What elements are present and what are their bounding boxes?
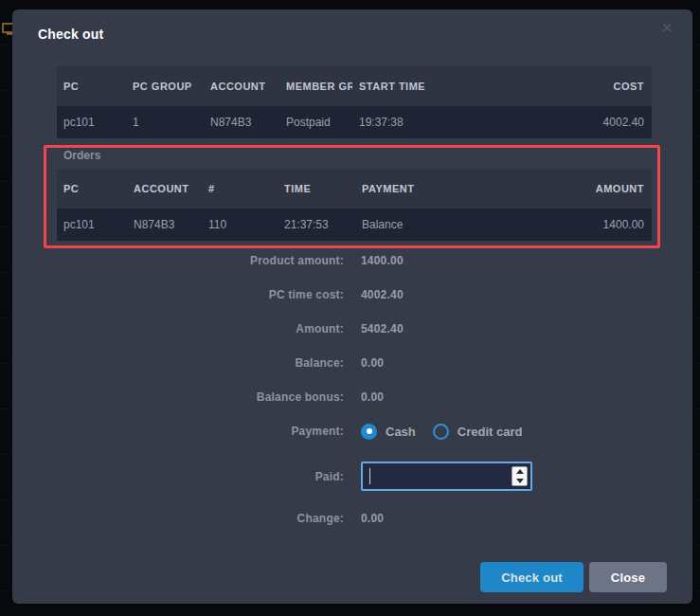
- checkout-summary: Product amount: 1400.00 PC time cost: 40…: [12, 244, 692, 535]
- payment-option-cash[interactable]: Cash: [361, 424, 416, 440]
- order-number: 110: [202, 218, 278, 231]
- pc-time-cost-value: 4002.40: [361, 288, 404, 301]
- payment-radio-group: Cash Credit card: [361, 424, 522, 440]
- balance-value: 0.00: [361, 356, 384, 370]
- orders-table-row: pc101 N874B3 110 21:37:53 Balance 1400.0…: [57, 208, 652, 241]
- column-header-account: ACCOUNT: [127, 183, 202, 194]
- session-table-header: PC PC GROUP ACCOUNT MEMBER GRO... START …: [57, 66, 652, 106]
- order-account: N874B3: [127, 218, 202, 231]
- column-header-start-time: START TIME: [352, 81, 546, 92]
- orders-table-header: PC ACCOUNT # TIME PAYMENT AMOUNT: [57, 169, 652, 208]
- column-header-member-group: MEMBER GRO...: [279, 81, 352, 92]
- session-table: PC PC GROUP ACCOUNT MEMBER GRO... START …: [57, 66, 652, 138]
- modal-footer: Check out Close: [480, 562, 667, 592]
- amount-label: Amount:: [12, 322, 344, 335]
- spinner-down-icon[interactable]: [512, 477, 527, 486]
- credit-card-option-label[interactable]: Credit card: [458, 425, 523, 439]
- paid-input[interactable]: [363, 463, 530, 489]
- order-pc: pc101: [57, 218, 127, 231]
- summary-row-payment: Payment: Cash Credit card: [12, 414, 692, 448]
- page-background: { "modal": { "title": "Check out", "clos…: [0, 0, 700, 616]
- session-start-time: 19:37:38: [352, 116, 546, 129]
- session-member-group: Postpaid: [279, 116, 352, 129]
- amount-value: 5402.40: [361, 322, 404, 335]
- number-spinner: [512, 466, 528, 486]
- summary-row-product-amount: Product amount: 1400.00: [12, 244, 692, 278]
- product-amount-label: Product amount:: [12, 254, 344, 267]
- checkout-modal: Check out ✕ PC PC GROUP ACCOUNT MEMBER G…: [12, 9, 692, 604]
- modal-title: Check out: [38, 27, 692, 41]
- change-value: 0.00: [361, 512, 384, 525]
- summary-row-amount: Amount: 5402.40: [12, 312, 692, 346]
- spinner-up-icon[interactable]: [512, 467, 527, 477]
- summary-row-pc-time-cost: PC time cost: 4002.40: [12, 278, 692, 312]
- column-header-amount: AMOUNT: [546, 183, 652, 194]
- pc-time-cost-label: PC time cost:: [12, 288, 344, 301]
- order-time: 21:37:53: [278, 218, 355, 231]
- column-header-account: ACCOUNT: [204, 81, 279, 92]
- order-amount: 1400.00: [546, 218, 652, 231]
- product-amount-value: 1400.00: [361, 254, 404, 267]
- session-account: N874B3: [204, 116, 279, 129]
- column-header-pc: PC: [57, 81, 126, 92]
- close-button[interactable]: Close: [589, 562, 667, 592]
- summary-row-paid: Paid:: [12, 462, 692, 491]
- radio-unselected-icon[interactable]: [433, 424, 449, 440]
- payment-label: Payment:: [12, 425, 344, 438]
- cash-option-label[interactable]: Cash: [386, 425, 416, 439]
- column-header-time: TIME: [278, 183, 355, 194]
- checkout-button[interactable]: Check out: [480, 562, 583, 592]
- column-header-payment: PAYMENT: [355, 183, 546, 194]
- paid-input-wrap: [361, 462, 532, 491]
- column-header-pc: PC: [57, 183, 127, 194]
- radio-selected-icon[interactable]: [361, 424, 377, 440]
- session-cost: 4002.40: [546, 116, 652, 129]
- balance-bonus-value: 0.00: [361, 390, 384, 404]
- column-header-cost: COST: [546, 81, 652, 92]
- column-header-number: #: [202, 183, 278, 194]
- change-label: Change:: [12, 512, 344, 525]
- paid-label: Paid:: [12, 470, 344, 483]
- orders-section-label: Orders: [63, 149, 692, 162]
- balance-label: Balance:: [12, 356, 344, 370]
- order-payment: Balance: [355, 218, 546, 231]
- orders-table: PC ACCOUNT # TIME PAYMENT AMOUNT pc101 N…: [57, 169, 652, 241]
- column-header-pc-group: PC GROUP: [126, 81, 204, 92]
- session-pc: pc101: [57, 116, 126, 129]
- summary-row-balance-bonus: Balance bonus: 0.00: [12, 380, 692, 414]
- session-table-row: pc101 1 N874B3 Postpaid 19:37:38 4002.40: [57, 106, 652, 138]
- payment-option-credit-card[interactable]: Credit card: [433, 424, 523, 440]
- text-caret: [369, 468, 370, 484]
- session-pc-group: 1: [126, 116, 204, 129]
- balance-bonus-label: Balance bonus:: [12, 390, 344, 404]
- summary-row-change: Change: 0.00: [12, 501, 692, 535]
- summary-row-balance: Balance: 0.00: [12, 346, 692, 380]
- close-icon[interactable]: ✕: [661, 21, 673, 36]
